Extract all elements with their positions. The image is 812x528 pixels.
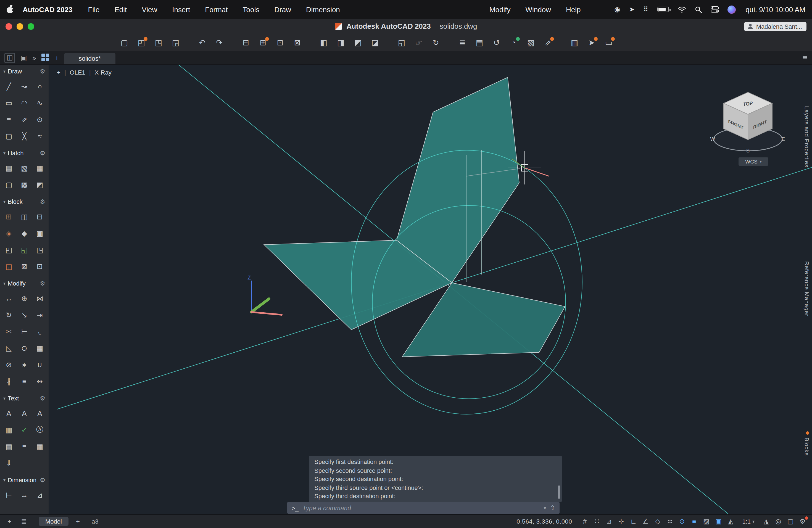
user-avatar-icon[interactable]: [727, 5, 736, 14]
aligned-dimension-icon[interactable]: ↔: [17, 487, 32, 503]
align-tool-icon[interactable]: ≡: [17, 373, 32, 390]
undo-icon[interactable]: ↶: [196, 36, 208, 48]
gear-icon[interactable]: ⚙: [40, 280, 45, 287]
menu-item[interactable]: Window: [525, 5, 551, 14]
create-block-icon[interactable]: ◫: [17, 208, 32, 225]
update-fields-icon[interactable]: ↺: [491, 36, 503, 48]
focus-mode-icon[interactable]: ◉: [614, 6, 620, 13]
new-layout-button[interactable]: +: [73, 517, 83, 525]
plot-preview-icon[interactable]: ⊡: [274, 36, 286, 48]
section-header[interactable]: ▾ Modify ⚙: [0, 277, 48, 290]
menu-item[interactable]: Draw: [274, 5, 291, 14]
section-header[interactable]: ▾ Draw ⚙: [0, 64, 48, 78]
angular-dimension-icon[interactable]: ⊿: [32, 487, 47, 503]
ortho-mode-icon[interactable]: ∟: [628, 517, 638, 525]
compass-south-label[interactable]: S: [746, 148, 750, 153]
spline-tool-icon[interactable]: ∿: [32, 94, 47, 111]
object-snap-icon[interactable]: ⊙: [677, 517, 687, 525]
sheet-set-manager-icon[interactable]: ▥: [568, 36, 581, 48]
external-references-icon[interactable]: ⇗: [542, 36, 554, 48]
mirror-tool-icon[interactable]: ⋈: [32, 290, 47, 307]
save-as-icon[interactable]: ◲: [170, 36, 182, 48]
menu-item[interactable]: File: [88, 5, 100, 14]
export-icon[interactable]: ◨: [335, 36, 347, 48]
compass-west-label[interactable]: W: [710, 136, 715, 142]
attribute-edit-icon[interactable]: ▣: [32, 225, 47, 241]
block-import-icon[interactable]: ⊠: [17, 258, 32, 275]
offset-tool-icon[interactable]: ⊜: [17, 340, 32, 356]
join-tool-icon[interactable]: ∪: [32, 356, 47, 373]
section-header[interactable]: ▾ Text ⚙: [0, 392, 48, 405]
circle-tool-icon[interactable]: ○: [32, 78, 47, 94]
close-window-button[interactable]: [5, 23, 12, 30]
palette-menu-button[interactable]: ≣: [19, 517, 29, 525]
minimize-window-button[interactable]: [17, 23, 23, 30]
zoom-window-icon[interactable]: ◱: [395, 36, 408, 48]
menu-item[interactable]: Modify: [489, 5, 511, 14]
hatch-pattern-icon[interactable]: ▤: [1, 160, 17, 176]
control-center-icon[interactable]: [711, 6, 719, 13]
polyline-tool-icon[interactable]: ↝: [17, 78, 32, 94]
customization-gear-icon[interactable]: ⚙: [798, 517, 808, 525]
clean-screen-icon[interactable]: ▢: [785, 517, 795, 525]
menu-item[interactable]: Help: [566, 5, 581, 14]
scale-tool-icon[interactable]: ↘: [17, 307, 32, 323]
mtext-tool-icon[interactable]: A: [1, 405, 17, 421]
orbit-icon[interactable]: ↻: [430, 36, 442, 48]
text-scale-icon[interactable]: ≡: [17, 438, 32, 455]
snap-mode-icon[interactable]: ∷: [592, 517, 602, 525]
block-sync-icon[interactable]: ◳: [32, 241, 47, 258]
batch-plot-icon[interactable]: ⊞: [257, 36, 269, 48]
block-count-icon[interactable]: ◲: [1, 258, 17, 275]
arc-tool-icon[interactable]: ◠: [17, 94, 32, 111]
attribute-manager-icon[interactable]: ◰: [1, 241, 17, 258]
viewport-name-control[interactable]: OLE1: [70, 69, 85, 76]
point-tool-icon[interactable]: ╳: [17, 128, 32, 144]
named-views-icon[interactable]: ▣: [21, 54, 27, 64]
recent-commands-chevron-icon[interactable]: ▾: [544, 505, 546, 511]
ray-tool-icon[interactable]: ⇗: [17, 111, 32, 128]
model-tab[interactable]: Model: [39, 517, 69, 526]
command-input[interactable]: [302, 504, 540, 511]
gear-icon[interactable]: ⚙: [40, 395, 45, 402]
rotate-tool-icon[interactable]: ↻: [1, 307, 17, 323]
blocks-tab[interactable]: Blocks: [804, 437, 810, 456]
hatch-edit-icon[interactable]: ▩: [17, 176, 32, 193]
annotation-monitor-icon[interactable]: ◭: [726, 517, 736, 525]
etransmit-icon[interactable]: ➤: [585, 36, 598, 48]
point-style-icon[interactable]: ◔: [508, 36, 520, 48]
revision-cloud-tool-icon[interactable]: ≈: [32, 128, 47, 144]
menu-item[interactable]: Tools: [243, 5, 260, 14]
layer-properties-icon[interactable]: ≣: [456, 36, 468, 48]
attribute-define-icon[interactable]: ◆: [17, 225, 32, 241]
wcs-dropdown[interactable]: WCS ▾: [739, 157, 768, 166]
model-viewport-icon[interactable]: ◫: [4, 53, 15, 63]
donut-tool-icon[interactable]: ⊙: [32, 111, 47, 128]
collapse-caret-icon[interactable]: ▾: [3, 199, 5, 204]
open-file-icon[interactable]: ◰: [135, 36, 147, 48]
polar-tracking-icon[interactable]: ∠: [640, 517, 650, 525]
collapse-caret-icon[interactable]: ▾: [3, 281, 5, 286]
tab-grid-icon[interactable]: [42, 54, 49, 61]
page-setup-icon[interactable]: ⊠: [291, 36, 303, 48]
construction-line-tool-icon[interactable]: ≡: [1, 111, 17, 128]
fillet-tool-icon[interactable]: ◟: [32, 323, 47, 340]
app-menu-title[interactable]: AutoCAD 2023: [23, 5, 73, 14]
wipeout-icon[interactable]: ◩: [32, 176, 47, 193]
text-align-icon[interactable]: ▤: [1, 438, 17, 455]
import-icon[interactable]: ◧: [318, 36, 330, 48]
viewcube[interactable]: W S E TOP FRONT RIGHT: [709, 87, 787, 156]
drawing-canvas[interactable]: Z + | OLE1 | X-Ray W: [49, 64, 812, 514]
visual-style-control[interactable]: X-Ray: [95, 69, 112, 76]
gear-icon[interactable]: ⚙: [40, 149, 45, 157]
save-icon[interactable]: ◳: [153, 36, 164, 48]
pointer-control-icon[interactable]: ➤: [629, 6, 634, 13]
transparency-icon[interactable]: ▨: [701, 517, 711, 525]
layout-tab[interactable]: a3: [92, 518, 99, 525]
lineweight-icon[interactable]: ≡: [689, 517, 699, 525]
active-drawing-tab[interactable]: solidos*: [64, 53, 115, 64]
trim-tool-icon[interactable]: ✂: [1, 323, 17, 340]
array-tool-icon[interactable]: ▦: [32, 340, 47, 356]
annotation-scale-dropdown[interactable]: 1:1 ▾: [742, 518, 755, 525]
compass-east-label[interactable]: E: [782, 136, 785, 142]
